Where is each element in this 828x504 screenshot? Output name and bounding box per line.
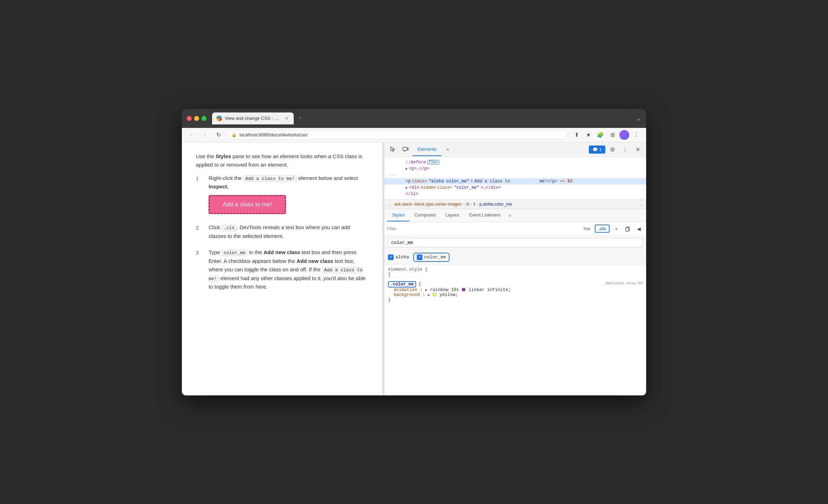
div-attr-class: class=	[437, 185, 452, 190]
dom-line-p[interactable]: ▶ <p>…</p>	[384, 166, 646, 172]
inspect-element-button[interactable]	[387, 144, 399, 155]
div-attr-value: "color_me"	[454, 185, 479, 190]
animation-colon: :	[420, 287, 425, 292]
li-close-tag: </li>	[406, 192, 418, 196]
url-text: localhost:8080/docs/devtools/css/	[240, 132, 563, 137]
attr-class: class=	[412, 179, 427, 184]
color-me-selector-line: .color_me { _devtools.scss:55	[388, 281, 643, 287]
div-tag: <div	[409, 185, 419, 190]
new-tab-button[interactable]: +	[295, 114, 305, 123]
styles-panel: element.style { } .color_me { _devtools.…	[384, 265, 646, 395]
aloha-label: aloha	[395, 254, 409, 260]
step-1-content: Right-click the Add a class to me! eleme…	[209, 174, 368, 216]
animation-expand[interactable]: ▶	[425, 288, 427, 292]
aloha-checkbox[interactable]: ✓	[388, 254, 394, 260]
dom-dots: ···	[384, 172, 646, 178]
profile-avatar[interactable]	[619, 130, 629, 140]
menu-icon[interactable]: ⋮	[631, 130, 641, 140]
breadcrumb-item-1[interactable]: ol	[466, 202, 469, 207]
tab-bar: View and change CSS - Chrom ✕ + ⌄	[212, 112, 641, 124]
share-icon[interactable]: ⬆	[572, 130, 581, 140]
cls-button[interactable]: .cls	[595, 225, 610, 233]
p-content: Add a class to	[474, 179, 510, 184]
svg-rect-3	[626, 228, 629, 231]
hov-button[interactable]: :hov	[581, 226, 593, 232]
url-bar[interactable]: 🔒 localhost:8080/docs/devtools/css/	[227, 130, 568, 140]
maximize-traffic-light[interactable]	[202, 116, 206, 121]
dom-line-li-close: </li>	[384, 191, 646, 197]
step-3-bold1: Add new class	[263, 249, 300, 255]
element-style-close-brace: }	[388, 272, 391, 277]
tab-more[interactable]: »	[441, 143, 454, 156]
close-devtools-button[interactable]: ✕	[632, 144, 643, 155]
extension-icon[interactable]: ⊞	[607, 130, 617, 140]
step-2-code: .cls	[222, 225, 237, 231]
breadcrumb: ... ack.stack--block.type.center-images …	[384, 200, 646, 209]
p-tag: <p>…</p>	[409, 166, 429, 171]
devtools-header: Elements » 💬 1 ⚙ ⋮ ✕	[384, 142, 646, 157]
address-bar: ‹ › ↻ 🔒 localhost:8080/docs/devtools/css…	[182, 128, 646, 142]
tab-more-styles[interactable]: »	[505, 209, 514, 222]
traffic-lights	[187, 116, 206, 121]
step-2-number: 2	[196, 223, 202, 240]
background-prop-name: background	[394, 292, 420, 297]
color-me-rule: .color_me { _devtools.scss:55 animation …	[388, 281, 643, 302]
breadcrumb-sep-2: ›	[471, 202, 472, 207]
breadcrumb-more[interactable]: ...	[639, 202, 643, 207]
step-1-text-after: element below and select	[297, 175, 358, 181]
p-tag-open: <p	[406, 179, 410, 184]
chat-badge[interactable]: 💬 1	[589, 146, 605, 154]
tab-styles[interactable]: Styles	[387, 209, 409, 221]
dom-line-selected[interactable]: <p class="aloha color_me"> Add a class t…	[384, 178, 646, 185]
class-aloha: ✓ aloha	[388, 254, 409, 260]
filter-input[interactable]	[399, 226, 579, 231]
animation-color-swatch[interactable]	[462, 288, 465, 291]
step-3: 3 Type color_me in the Add new class tex…	[196, 248, 368, 291]
class-color-me-highlighted: ✓ color_me	[413, 253, 450, 262]
browser-tab[interactable]: View and change CSS - Chrom ✕	[212, 112, 294, 124]
back-button[interactable]: ‹	[187, 130, 197, 140]
filter-label: Filter	[387, 226, 397, 231]
tab-computed[interactable]: Computed	[409, 209, 440, 221]
color-me-checkbox[interactable]: ✓	[417, 254, 422, 260]
toggle-sidebar-button[interactable]: ◀	[634, 224, 643, 233]
close-traffic-light[interactable]	[187, 116, 192, 121]
minimize-traffic-light[interactable]	[194, 116, 199, 121]
tab-elements[interactable]: Elements	[413, 143, 441, 156]
dom-line-div[interactable]: ▶ <div hidden class="color_me">…</div>	[384, 185, 646, 191]
tab-layout[interactable]: Layout	[440, 209, 464, 221]
breadcrumb-item-0[interactable]: ack.stack--block.type.center-images	[394, 202, 461, 207]
copy-style-button[interactable]	[623, 224, 632, 233]
expand-arrow[interactable]: ▶	[406, 167, 408, 171]
step-3-text5: element had any other classes applied to…	[209, 275, 366, 290]
add-rule-button[interactable]: +	[612, 224, 621, 233]
demo-button[interactable]: Add a class to me!	[209, 195, 286, 214]
more-options-button[interactable]: ⋮	[619, 144, 631, 155]
css-rules: element.style { } .color_me { _devtools.…	[384, 265, 646, 309]
bookmark-icon[interactable]: ★	[584, 130, 593, 140]
device-toggle-button[interactable]	[400, 144, 411, 155]
class-input[interactable]	[388, 238, 643, 247]
puzzle-icon[interactable]: 🧩	[595, 130, 605, 140]
step-3-number: 3	[196, 248, 202, 291]
cursor-icon	[390, 146, 396, 153]
reload-button[interactable]: ↻	[214, 130, 223, 140]
background-expand[interactable]: ▶	[428, 293, 430, 297]
background-color-swatch[interactable]	[433, 293, 436, 296]
animation-value2: linear infinite;	[469, 287, 511, 292]
element-style-selector: element.style {	[388, 267, 428, 272]
settings-button[interactable]: ⚙	[607, 144, 618, 155]
svg-rect-0	[403, 147, 407, 150]
step-1-bold: Inspect.	[209, 183, 229, 189]
step-list: 1 Right-click the Add a class to me! ele…	[196, 174, 368, 291]
css-file-link[interactable]: _devtools.scss:55	[603, 281, 643, 285]
tab-close-button[interactable]: ✕	[284, 116, 289, 121]
element-style-close: }	[388, 272, 643, 277]
tab-event-listeners[interactable]: Event Listeners	[464, 209, 505, 221]
div-expand-arrow[interactable]: ▶	[406, 186, 408, 190]
breadcrumb-item-2[interactable]: li	[473, 202, 475, 207]
tab-bar-chevron[interactable]: ⌄	[636, 115, 641, 122]
animation-prop-name: animation	[394, 287, 418, 292]
forward-button[interactable]: ›	[200, 130, 210, 140]
step-2-content: Click .cls. DevTools reveals a text box …	[209, 223, 368, 240]
